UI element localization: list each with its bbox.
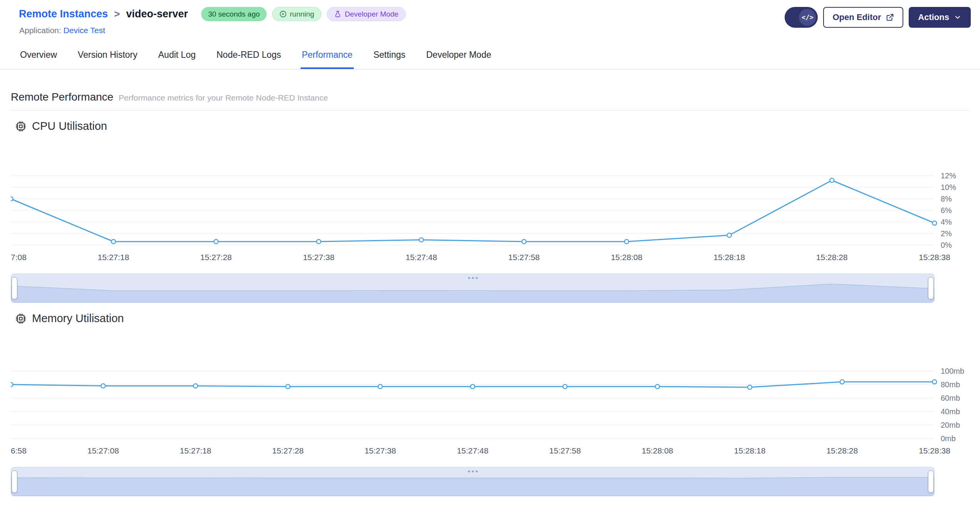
range-handle-left[interactable] xyxy=(12,470,17,493)
external-link-icon xyxy=(886,13,894,22)
data-point xyxy=(830,178,834,183)
divider xyxy=(11,110,969,111)
data-point xyxy=(317,240,321,244)
main-content: Remote Performance Performance metrics f… xyxy=(0,91,980,496)
memory-section: Memory Utilisation 100mb80mb60mb40mb20mb… xyxy=(11,312,969,496)
x-tick-label: 7:08 xyxy=(11,253,27,262)
header-actions: </> Open Editor Actions xyxy=(785,7,971,28)
last-seen-badge: 30 seconds ago xyxy=(201,7,267,21)
memory-chart: 100mb80mb60mb40mb20mb0mb6:5815:27:0815:2… xyxy=(11,325,969,457)
page-subtitle: Performance metrics for your Remote Node… xyxy=(119,93,328,102)
tab-overview[interactable]: Overview xyxy=(19,44,58,69)
page-header: Remote Instances > video-server 30 secon… xyxy=(0,0,980,35)
actions-button[interactable]: Actions xyxy=(909,7,971,28)
chevron-down-icon xyxy=(954,13,962,21)
y-tick-label: 10% xyxy=(941,183,956,191)
x-tick-label: 15:27:28 xyxy=(200,253,232,262)
x-tick-label: 15:27:28 xyxy=(272,446,304,455)
y-tick-label: 80mb xyxy=(941,380,960,389)
memory-range-slider[interactable] xyxy=(11,467,935,496)
breadcrumb-separator: > xyxy=(114,8,120,20)
data-point xyxy=(101,384,105,388)
application-label: Application: xyxy=(19,26,61,35)
x-tick-label: 15:27:48 xyxy=(457,446,489,455)
x-tick-label: 15:28:38 xyxy=(919,253,950,262)
tab-node-red-logs[interactable]: Node-RED Logs xyxy=(215,44,282,69)
code-icon: </> xyxy=(799,9,816,26)
x-tick-label: 15:28:08 xyxy=(611,253,642,262)
cpu-section: CPU Utilisation 12%10%8%6%4%2%0%7:0815:2… xyxy=(11,120,969,303)
breadcrumb-current: video-server xyxy=(126,8,188,20)
data-point xyxy=(193,384,198,388)
x-tick-label: 15:27:38 xyxy=(365,446,396,455)
x-tick-label: 15:28:38 xyxy=(919,446,950,455)
range-grip[interactable] xyxy=(468,470,477,472)
y-tick-label: 0% xyxy=(941,241,952,249)
data-point xyxy=(214,240,218,244)
data-point xyxy=(840,380,844,384)
range-handle-left[interactable] xyxy=(12,277,17,299)
data-point xyxy=(471,385,475,389)
data-point xyxy=(11,197,13,201)
breadcrumb-parent[interactable]: Remote Instances xyxy=(19,8,108,20)
data-point xyxy=(933,380,937,384)
memory-chip-icon xyxy=(15,313,27,324)
y-tick-label: 2% xyxy=(941,229,952,238)
y-tick-label: 4% xyxy=(941,218,952,226)
data-point xyxy=(111,240,116,244)
tab-version-history[interactable]: Version History xyxy=(77,44,139,69)
cpu-range-slider[interactable] xyxy=(11,274,935,303)
x-tick-label: 15:27:18 xyxy=(97,253,129,262)
tab-settings[interactable]: Settings xyxy=(372,44,407,69)
y-tick-label: 0mb xyxy=(941,434,956,443)
y-tick-label: 8% xyxy=(941,195,952,203)
x-tick-label: 15:27:08 xyxy=(87,446,119,455)
memory-x-axis: 6:5815:27:0815:27:1815:27:2815:27:3815:2… xyxy=(11,445,935,457)
cpu-section-title: CPU Utilisation xyxy=(32,120,107,133)
data-point xyxy=(727,233,731,237)
data-point xyxy=(625,240,629,244)
x-tick-label: 15:27:58 xyxy=(549,446,581,455)
open-editor-label: Open Editor xyxy=(832,12,881,22)
editor-availability-toggle[interactable]: </> xyxy=(785,7,818,28)
status-label: running xyxy=(290,10,314,18)
open-editor-button[interactable]: Open Editor xyxy=(823,7,903,28)
cpu-plot: 12%10%8%6%4%2%0% xyxy=(11,133,969,250)
x-tick-label: 15:28:18 xyxy=(734,446,766,455)
developer-mode-badge: Developer Mode xyxy=(327,7,405,21)
data-point xyxy=(655,385,659,389)
y-tick-label: 12% xyxy=(941,171,956,180)
tab-developer-mode[interactable]: Developer Mode xyxy=(425,44,493,69)
status-badge: running xyxy=(272,7,321,21)
data-point xyxy=(419,238,424,242)
range-handle-right[interactable] xyxy=(928,470,934,493)
tab-audit-log[interactable]: Audit Log xyxy=(157,44,197,69)
instance-tabs: OverviewVersion HistoryAudit LogNode-RED… xyxy=(0,44,980,69)
x-tick-label: 15:28:28 xyxy=(816,253,848,262)
application-link[interactable]: Device Test xyxy=(64,26,105,35)
y-tick-label: 60mb xyxy=(941,394,960,402)
memory-section-title: Memory Utilisation xyxy=(32,312,124,325)
y-tick-label: 20mb xyxy=(941,421,960,429)
data-point xyxy=(378,385,382,389)
y-tick-label: 6% xyxy=(941,206,952,215)
x-tick-label: 15:27:48 xyxy=(405,253,437,262)
cpu-chip-icon xyxy=(15,121,27,132)
data-point xyxy=(933,221,937,225)
play-circle-icon xyxy=(279,10,287,18)
x-tick-label: 15:27:18 xyxy=(180,446,212,455)
data-point xyxy=(522,240,526,244)
data-point xyxy=(748,385,752,390)
x-tick-label: 15:28:18 xyxy=(713,253,745,262)
range-grip[interactable] xyxy=(468,277,477,279)
cpu-x-axis: 7:0815:27:1815:27:2815:27:3815:27:4815:2… xyxy=(11,251,935,264)
x-tick-label: 15:27:58 xyxy=(508,253,540,262)
page-title: Remote Performance xyxy=(11,91,113,103)
tab-performance[interactable]: Performance xyxy=(301,44,354,69)
range-handle-right[interactable] xyxy=(928,277,934,299)
memory-plot: 100mb80mb60mb40mb20mb0mb xyxy=(11,325,969,443)
y-tick-label: 40mb xyxy=(941,407,960,416)
cpu-chart: 12%10%8%6%4%2%0%7:0815:27:1815:27:2815:2… xyxy=(11,133,969,264)
data-point xyxy=(11,383,13,387)
flask-icon xyxy=(334,10,341,18)
